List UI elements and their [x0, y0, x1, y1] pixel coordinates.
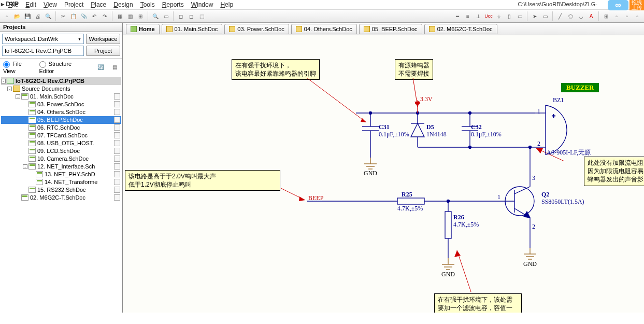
- tab-document[interactable]: 01. Main.SchDoc: [162, 24, 223, 34]
- schematic-canvas[interactable]: 在有强干扰环境下， 该电容最好紧靠蜂鸣器的引脚 有源蜂鸣器 不需要焊接 该电路是…: [123, 35, 644, 313]
- menu-place[interactable]: Place: [91, 1, 106, 8]
- tree-item[interactable]: 14. NET_Transforme: [1, 178, 121, 186]
- tb-wire-icon[interactable]: ━: [453, 11, 462, 21]
- menu-view[interactable]: View: [44, 1, 57, 8]
- tb-gnd-icon[interactable]: ⏚: [494, 11, 504, 21]
- tb-zoomin-icon[interactable]: 🔍: [151, 11, 160, 21]
- separator: [148, 11, 148, 21]
- ref-c31[interactable]: C31: [379, 123, 390, 131]
- val-r25[interactable]: 4.7K,±5%: [397, 205, 423, 213]
- net-beep[interactable]: BEEP: [308, 194, 323, 202]
- tb-print-icon[interactable]: 🖨: [33, 11, 42, 21]
- workspace-button[interactable]: Workspace: [86, 34, 120, 44]
- tree-item[interactable]: 15. RS232.SchDoc: [1, 186, 121, 194]
- tb-bus-icon[interactable]: ≡: [463, 11, 473, 21]
- doc-badge-icon: [114, 156, 120, 162]
- workspace-combo[interactable]: Workspace1.DsnWrk▼: [2, 34, 84, 44]
- tb-zoom-icon[interactable]: 🔍: [44, 11, 53, 21]
- menu-tools[interactable]: Tools: [140, 1, 155, 8]
- tb-arc-icon[interactable]: ◡: [576, 11, 585, 21]
- tree-item[interactable]: 03. Power.SchDoc: [1, 101, 121, 108]
- tree-folder[interactable]: - Source Documents: [1, 85, 121, 93]
- menu-reports[interactable]: Reports: [162, 1, 184, 8]
- tree-item[interactable]: -01. Main.SchDoc: [1, 93, 121, 101]
- tb-poly-icon[interactable]: ⬠: [566, 11, 575, 21]
- tree-item[interactable]: 13. NET_PHY.SchD: [1, 171, 121, 178]
- structure-editor-radio[interactable]: Structure Editor: [39, 61, 86, 74]
- cloud-icon[interactable]: ∞: [608, 0, 628, 10]
- ref-bz1[interactable]: BZ1: [553, 96, 564, 104]
- tab-home[interactable]: Home: [126, 24, 160, 34]
- tb-new-icon[interactable]: ▫: [2, 11, 11, 21]
- ref-r26[interactable]: R26: [453, 214, 464, 221]
- val-q2[interactable]: SS8050LT(1.5A): [541, 198, 584, 206]
- menu-project[interactable]: Project: [64, 1, 83, 8]
- project-button[interactable]: Project: [86, 46, 120, 56]
- tb-cut-icon[interactable]: ✂: [59, 11, 68, 21]
- doc-icon: [36, 171, 43, 177]
- tb-port-icon[interactable]: ➤: [530, 11, 539, 21]
- tb-array-icon[interactable]: ⊞: [602, 11, 611, 21]
- menu-edit[interactable]: Edit: [25, 1, 36, 8]
- tb-paste-icon[interactable]: 📎: [79, 11, 89, 21]
- ref-r25[interactable]: R25: [402, 191, 412, 199]
- tree-item[interactable]: 06. RTC.SchDoc: [1, 124, 121, 132]
- panel-options-icon[interactable]: ▤: [110, 63, 119, 72]
- separator: [55, 11, 56, 21]
- schematic-svg[interactable]: +: [123, 35, 644, 313]
- upload-overlay[interactable]: 拖拽上传: [629, 0, 644, 10]
- tb-zoomfit-icon[interactable]: ▭: [161, 11, 170, 21]
- net-3v3[interactable]: 3.3V: [420, 95, 433, 103]
- tb-vcc-icon[interactable]: Ucc: [484, 11, 493, 21]
- tb-t3-icon[interactable]: ▫: [633, 11, 642, 21]
- val-c32[interactable]: 0.1μF,±10%: [471, 131, 502, 138]
- ref-q2[interactable]: Q2: [541, 191, 549, 199]
- tb-copy-icon[interactable]: 📋: [69, 11, 78, 21]
- val-bz1[interactable]: AS-905I-LF,无源: [547, 148, 591, 157]
- tb-grid3-icon[interactable]: ⊞: [136, 11, 145, 21]
- tb-line-icon[interactable]: ╱: [555, 11, 565, 21]
- tree-item[interactable]: 02. M6G2C-T.SchDoc: [1, 194, 121, 202]
- tb-save-icon[interactable]: 💾: [23, 11, 32, 21]
- tb-layer2-icon[interactable]: ◻: [187, 11, 196, 21]
- tb-net-icon[interactable]: ⊥: [474, 11, 483, 21]
- tree-item[interactable]: 10. Camera.SchDoc: [1, 155, 121, 163]
- doc-icon: [28, 187, 36, 193]
- tree-item[interactable]: 08. USB_OTG_HOST.: [1, 139, 121, 147]
- tab-document[interactable]: 02. M6G2C-T.SchDoc: [424, 24, 497, 34]
- tree-item[interactable]: 05. BEEP.SchDoc: [1, 116, 121, 124]
- tb-grid1-icon[interactable]: ▦: [115, 11, 124, 21]
- tb-open-icon[interactable]: 📂: [12, 11, 22, 21]
- tree-item[interactable]: 09. LCD.SchDoc: [1, 147, 121, 155]
- tb-undo-icon[interactable]: ↶: [90, 11, 99, 21]
- tb-t2-icon[interactable]: ▫: [622, 11, 632, 21]
- tb-grid2-icon[interactable]: ▥: [125, 11, 135, 21]
- menu-help[interactable]: Help: [220, 1, 233, 8]
- val-c31[interactable]: 0.1μF,±10%: [379, 131, 409, 138]
- menu-design[interactable]: Design: [113, 1, 133, 8]
- tree-item[interactable]: 07. TFCard.SchDoc: [1, 132, 121, 139]
- tb-part-icon[interactable]: ▯: [505, 11, 514, 21]
- panel-refresh-icon[interactable]: 🔄: [96, 63, 105, 72]
- val-r26[interactable]: 4.7K,±5%: [453, 221, 479, 229]
- tree-item[interactable]: -12. NET_Interface.Sch: [1, 163, 121, 171]
- tb-layer1-icon[interactable]: ◻: [176, 11, 185, 21]
- tree-item[interactable]: 04. Others.SchDoc: [1, 108, 121, 116]
- tab-document[interactable]: 04. Others.SchDoc: [291, 24, 357, 34]
- ref-d5[interactable]: D5: [426, 123, 434, 131]
- menu-window[interactable]: Window: [191, 1, 213, 8]
- tb-layer3-icon[interactable]: ⬚: [197, 11, 206, 21]
- tab-document[interactable]: 03. Power.SchDoc: [224, 24, 289, 34]
- project-combo[interactable]: IoT-6G2C-L Rev.C.PrjPCB: [2, 46, 84, 56]
- tree-root[interactable]: - IoT-6G2C-L Rev.C.PrjPCB: [1, 77, 121, 85]
- tb-text-icon[interactable]: A: [586, 11, 596, 21]
- tb-note-icon[interactable]: ▭: [540, 11, 550, 21]
- tb-sheet-icon[interactable]: ▭: [515, 11, 524, 21]
- tab-document[interactable]: 05. BEEP.SchDoc: [359, 24, 422, 34]
- ref-c32[interactable]: C32: [471, 123, 482, 131]
- tb-t1-icon[interactable]: ▫: [612, 11, 621, 21]
- tb-redo-icon[interactable]: ↷: [100, 11, 109, 21]
- val-d5[interactable]: 1N4148: [426, 131, 447, 138]
- project-tree[interactable]: - IoT-6G2C-L Rev.C.PrjPCB - Source Docum…: [0, 76, 122, 203]
- file-view-radio[interactable]: File View: [3, 61, 34, 74]
